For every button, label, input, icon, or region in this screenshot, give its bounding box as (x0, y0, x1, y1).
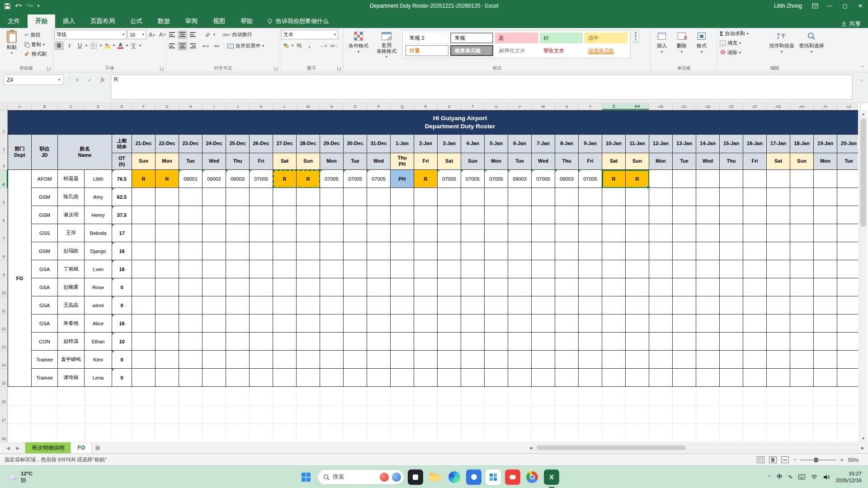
grid-cell[interactable] (297, 188, 320, 206)
grid-cell[interactable] (626, 188, 649, 206)
grid-cell[interactable] (344, 333, 367, 351)
grid-cell[interactable] (673, 278, 696, 296)
cell-jd[interactable]: GSM (32, 188, 58, 206)
taskbar-clock[interactable]: 15:27 2025/12/16 (835, 470, 862, 484)
grid-cell[interactable] (602, 206, 626, 224)
header-date-2-Jan[interactable]: 2-Jan (414, 135, 438, 153)
cell-name-cn[interactable]: 彭琨皓 (58, 242, 85, 260)
row-header-7[interactable]: 7 (0, 224, 8, 242)
grid-cell[interactable] (250, 260, 273, 278)
grid-cell[interactable] (743, 333, 767, 351)
header-day-11-Jan[interactable]: Sun (626, 153, 649, 170)
grid-cell[interactable] (767, 188, 790, 206)
grid-cell[interactable] (555, 260, 579, 278)
grid-cell[interactable] (297, 333, 320, 351)
empty-cell[interactable] (85, 387, 112, 405)
column-header-AB[interactable]: AB (649, 103, 673, 110)
grid-cell[interactable] (344, 278, 367, 296)
cell-ot[interactable]: 0 (112, 278, 132, 296)
grid-cell[interactable] (226, 278, 250, 296)
empty-cell[interactable] (58, 424, 85, 442)
grid-cell[interactable] (297, 278, 320, 296)
grid-cell[interactable] (391, 369, 414, 387)
grid-cell[interactable] (720, 351, 743, 369)
grid-cell[interactable] (508, 369, 532, 387)
grid-cell[interactable] (837, 278, 858, 296)
empty-cell[interactable] (508, 424, 532, 442)
styles-gallery-scrollbar[interactable]: ▲▼⊽ (632, 30, 639, 42)
maximize-button[interactable]: ▢ (837, 0, 853, 12)
grid-cell[interactable]: R (414, 170, 438, 188)
grid-cell[interactable] (790, 170, 814, 188)
cell-jd[interactable]: GSM (32, 242, 58, 260)
grid-cell[interactable] (626, 296, 649, 314)
grid-cell[interactable] (414, 206, 438, 224)
grid-cell[interactable] (673, 369, 696, 387)
grid-cell[interactable]: R (132, 170, 156, 188)
header-day-13-Jan[interactable]: Tue (673, 153, 696, 170)
grid-cell[interactable] (673, 296, 696, 314)
customize-qat-icon[interactable]: ▾ (38, 4, 40, 8)
grid-cell[interactable] (273, 351, 297, 369)
grid-cell[interactable] (649, 188, 673, 206)
empty-cell[interactable] (767, 424, 790, 442)
empty-cell[interactable] (156, 387, 179, 405)
grid-cell[interactable] (391, 296, 414, 314)
empty-cell[interactable] (179, 405, 203, 424)
grid-cell[interactable] (767, 170, 790, 188)
empty-cell[interactable] (344, 405, 367, 424)
row-header-1[interactable]: 1 (0, 110, 8, 135)
grid-cell[interactable]: 09001 (179, 170, 203, 188)
orientation-icon[interactable]: ab (203, 30, 212, 39)
empty-cell[interactable] (32, 387, 58, 405)
grid-cell[interactable] (438, 314, 461, 333)
grid-cell[interactable] (602, 296, 626, 314)
horizontal-scrollbar[interactable]: ◀ ▶ (527, 444, 866, 451)
grid-cell[interactable] (438, 242, 461, 260)
grid-cell[interactable] (344, 206, 367, 224)
empty-cell[interactable] (438, 405, 461, 424)
grid-cell[interactable] (297, 314, 320, 333)
empty-cell[interactable] (673, 387, 696, 405)
grid-cell[interactable] (555, 296, 579, 314)
grid-cell[interactable] (814, 260, 837, 278)
grid-cell[interactable] (696, 224, 720, 242)
empty-cell[interactable] (367, 387, 391, 405)
empty-cell[interactable] (555, 424, 579, 442)
cell-name-cn[interactable]: 谭玲丽 (58, 369, 85, 387)
grid-cell[interactable]: 07005 (438, 170, 461, 188)
grid-cell[interactable] (673, 242, 696, 260)
comma-style-icon[interactable]: , (305, 41, 314, 50)
grid-cell[interactable] (602, 333, 626, 351)
collapse-ribbon-icon[interactable]: ⌃ (861, 65, 864, 70)
column-header-Z[interactable]: Z (602, 103, 626, 110)
empty-cell[interactable] (508, 387, 532, 405)
grid-cell[interactable] (485, 278, 508, 296)
grid-cell[interactable] (297, 206, 320, 224)
cell-name-cn[interactable]: 王晶晶 (58, 296, 85, 314)
grid-cell[interactable]: 09003 (508, 170, 532, 188)
ribbon-tab-开始[interactable]: 开始 (28, 14, 55, 28)
grid-cell[interactable] (790, 206, 814, 224)
cell-style-解释性文本[interactable]: 解释性文本 (495, 45, 538, 56)
grid-cell[interactable] (720, 333, 743, 351)
grid-cell[interactable] (132, 278, 156, 296)
grid-cell[interactable] (555, 278, 579, 296)
number-dialog-launcher-icon[interactable] (337, 66, 341, 70)
empty-cell[interactable] (461, 424, 485, 442)
taskbar-search-box[interactable]: 搜索 (318, 470, 404, 484)
grid-cell[interactable] (179, 369, 203, 387)
empty-cell[interactable] (203, 387, 226, 405)
grid-cell[interactable] (438, 333, 461, 351)
empty-cell[interactable] (32, 405, 58, 424)
grid-cell[interactable] (790, 242, 814, 260)
grid-cell[interactable]: 07005 (485, 170, 508, 188)
empty-cell[interactable] (8, 424, 32, 442)
grid-cell[interactable] (696, 296, 720, 314)
grid-cell[interactable] (579, 369, 602, 387)
header-day-10-Jan[interactable]: Sat (602, 153, 626, 170)
cell-jd[interactable]: GSA (32, 278, 58, 296)
empty-cell[interactable] (112, 424, 132, 442)
header-date-21-Dec[interactable]: 21-Dec (132, 135, 156, 153)
ribbon-tab-帮助[interactable]: 帮助 (233, 14, 260, 28)
